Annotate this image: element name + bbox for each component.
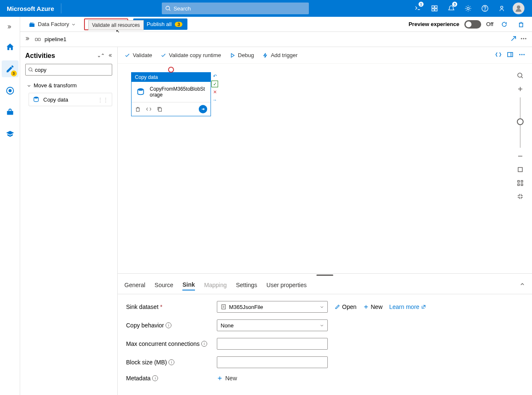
preview-toggle[interactable]	[464, 20, 481, 29]
node-header: Copy data	[132, 73, 211, 82]
svg-rect-36	[222, 305, 226, 309]
code-icon[interactable]	[146, 106, 152, 112]
node-undo-icon[interactable]: ↶	[211, 73, 218, 79]
chevron-down-icon	[320, 305, 324, 309]
activities-search-input[interactable]	[25, 64, 112, 76]
rail-manage[interactable]	[2, 104, 18, 121]
edit-icon	[334, 304, 340, 310]
expand-all-icon[interactable]: ⌄⌃	[97, 53, 105, 59]
refresh-button[interactable]	[498, 18, 510, 30]
node-output-connector[interactable]	[199, 105, 207, 113]
notifications-icon[interactable]: 3	[443, 0, 460, 17]
fullscreen-icon[interactable]	[510, 35, 517, 44]
add-trigger-button[interactable]: Add trigger	[262, 52, 298, 58]
publish-badge: 3	[175, 22, 182, 27]
svg-point-26	[524, 54, 525, 55]
more-icon[interactable]	[520, 35, 527, 44]
svg-point-21	[34, 97, 39, 99]
help-icon[interactable]	[477, 0, 493, 17]
copy-behavior-select[interactable]: None	[217, 319, 328, 331]
svg-rect-15	[35, 38, 37, 41]
node-skip-icon[interactable]: →	[211, 97, 218, 103]
plus-icon	[217, 375, 223, 381]
open-dataset-button[interactable]: Open	[334, 303, 356, 310]
preview-label: Preview experience	[408, 21, 459, 27]
rail-expand-icon[interactable]	[3, 20, 17, 34]
preview-state: Off	[486, 21, 493, 27]
validate-button[interactable]: Validate	[124, 52, 152, 58]
search-icon	[165, 5, 171, 11]
learn-more-link[interactable]: Learn more	[389, 303, 426, 310]
copy-behavior-label: Copy behavior	[126, 322, 164, 329]
tab-user-properties[interactable]: User properties	[266, 280, 307, 290]
activity-group-move-transform[interactable]: Move & transform	[25, 80, 112, 91]
cloud-shell-icon[interactable]: 1	[409, 0, 426, 17]
node-top-connector[interactable]	[168, 67, 174, 73]
zoom-slider[interactable]	[520, 97, 521, 148]
chevron-down-icon	[320, 323, 324, 327]
svg-rect-16	[38, 38, 40, 41]
svg-point-18	[523, 38, 524, 39]
directories-icon[interactable]	[426, 0, 443, 17]
svg-point-25	[521, 54, 523, 55]
account-avatar[interactable]	[510, 0, 527, 17]
debug-button[interactable]: Debug	[229, 52, 254, 58]
tab-source[interactable]: Source	[155, 280, 173, 290]
tab-mapping[interactable]: Mapping	[204, 280, 227, 290]
code-icon[interactable]	[495, 51, 502, 60]
tab-general[interactable]: General	[124, 280, 145, 290]
metadata-new-button[interactable]: New	[217, 375, 237, 382]
svg-rect-14	[519, 23, 523, 27]
clone-icon[interactable]	[157, 106, 163, 112]
zoom-fit-icon[interactable]	[514, 163, 527, 176]
activity-node-copy[interactable]: Copy data CopyFromM365toBlobStorage	[131, 72, 211, 116]
properties-icon[interactable]	[507, 51, 514, 60]
zoom-out-icon[interactable]	[514, 149, 527, 163]
node-name: CopyFromM365toBlobStorage	[150, 86, 206, 98]
tab-sink[interactable]: Sink	[182, 280, 195, 290]
svg-point-27	[138, 88, 144, 91]
svg-rect-2	[435, 6, 437, 8]
svg-point-20	[29, 68, 32, 71]
svg-rect-4	[435, 9, 437, 11]
block-size-input[interactable]	[217, 356, 328, 368]
zoom-in-icon[interactable]	[514, 82, 527, 96]
collapse-panel-icon[interactable]	[519, 281, 525, 289]
validate-runtime-button[interactable]: Validate copy runtime	[161, 52, 221, 58]
svg-rect-32	[518, 180, 519, 182]
collapse-panel-icon[interactable]	[107, 53, 112, 59]
new-dataset-button[interactable]: New	[363, 303, 382, 310]
canvas-search-icon[interactable]	[514, 69, 527, 82]
rail-monitor[interactable]	[2, 82, 18, 99]
max-connections-input[interactable]	[217, 338, 328, 350]
rail-learn[interactable]	[2, 126, 18, 143]
copy-data-icon	[32, 96, 40, 103]
minimize-icon[interactable]	[514, 190, 527, 203]
layout-icon[interactable]	[514, 176, 527, 190]
more-icon[interactable]	[519, 51, 525, 60]
info-icon[interactable]: i	[152, 375, 158, 381]
info-icon[interactable]: i	[201, 341, 207, 347]
activities-title: Activities	[25, 52, 55, 60]
resource-switcher[interactable]: Data Factory	[25, 19, 79, 29]
activity-copy-data[interactable]: Copy data ⋮⋮	[29, 93, 112, 106]
info-icon[interactable]: i	[166, 322, 171, 328]
external-link-icon	[421, 304, 426, 309]
required-indicator: *	[160, 303, 162, 310]
svg-rect-1	[432, 6, 434, 8]
global-search-input[interactable]: Search	[162, 3, 309, 14]
rail-author[interactable]: 3	[2, 60, 18, 77]
svg-point-0	[166, 6, 170, 10]
svg-rect-34	[518, 184, 519, 186]
svg-rect-29	[158, 108, 161, 111]
discard-button[interactable]	[515, 18, 527, 30]
tab-settings[interactable]: Settings	[236, 280, 257, 290]
rail-home[interactable]	[2, 39, 18, 55]
sink-dataset-select[interactable]: M365JsonFile	[217, 301, 328, 313]
delete-icon[interactable]	[135, 106, 141, 112]
info-icon[interactable]: i	[169, 359, 174, 365]
settings-icon[interactable]	[460, 0, 477, 17]
svg-point-24	[519, 54, 521, 55]
breadcrumb-expand-icon[interactable]	[25, 36, 31, 43]
feedback-icon[interactable]	[493, 0, 510, 17]
